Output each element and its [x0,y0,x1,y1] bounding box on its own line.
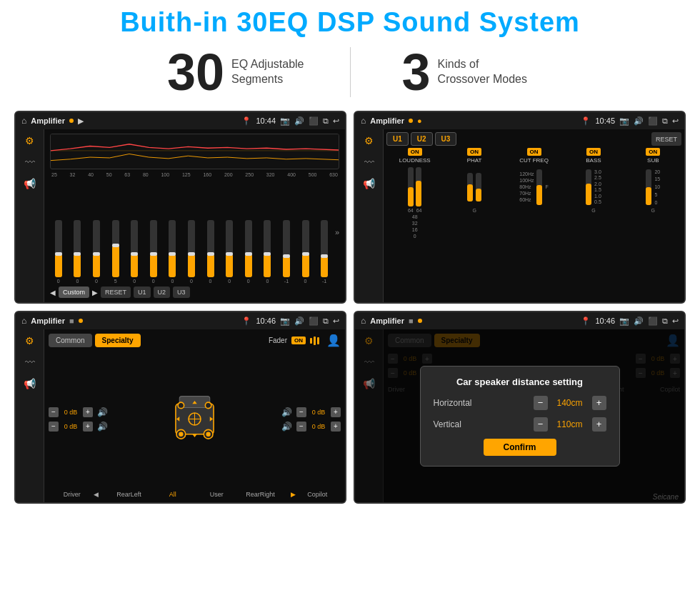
u1-btn[interactable]: U1 [134,286,151,298]
u-buttons-row: U1 U2 U3 RESET [386,132,681,146]
u2-btn[interactable]: U2 [154,286,171,298]
eq-icon[interactable]: ⚙ [25,135,34,146]
dot-orange2 [409,119,413,123]
right-arrow-s3[interactable]: ▶ [282,491,295,498]
minus-btn-2[interactable]: − [49,422,59,432]
minus-btn-3[interactable]: − [296,407,306,417]
wave-icon2[interactable]: 〰 [364,156,374,168]
u3-btn-s2[interactable]: U3 [435,132,457,146]
eq-slider-7: 0 [164,220,181,284]
eq-slider-12: 0 [259,220,276,284]
wave-icon[interactable]: 〰 [25,156,35,168]
screen3-main: Common Specialty Fader ON 👤 [44,329,345,502]
eq-slider-2: 0 [69,220,86,284]
user-label[interactable]: User [194,491,238,498]
horizontal-minus[interactable]: − [534,396,548,410]
screen3-common: ⌂ Amplifier ■ 📍 10:46 📷 🔊 ⬛ ⧉ ↩ ⚙ 〰 📢 [14,311,346,504]
reset-btn[interactable]: RESET [101,286,131,298]
rearleft-label[interactable]: RearLeft [107,491,151,498]
u2-btn-s2[interactable]: U2 [411,132,433,146]
eq-freq-labels: 25 32 40 50 63 80 100 125 160 200 250 32… [50,172,339,177]
screen3-left-icons: ⚙ 〰 📢 [16,329,44,502]
window-icon[interactable]: ⬛ [309,116,319,126]
copilot-label[interactable]: Copilot [296,491,339,498]
plus-btn-3[interactable]: + [331,407,341,417]
speaker-icon-r2: 🔊 [281,422,292,432]
back-icon2[interactable]: ↩ [672,116,679,126]
all-label[interactable]: All [151,491,194,498]
home-icon3[interactable]: ⌂ [21,316,26,326]
volume-icon2[interactable]: 🔊 [634,116,644,126]
window-icon4[interactable]: ⬛ [648,317,658,326]
minus-btn-1[interactable]: − [49,407,59,417]
window-icon3[interactable]: ⬛ [309,317,319,326]
eq-graph [50,134,339,169]
split-icon2[interactable]: ⧉ [662,116,668,126]
camera-icon2[interactable]: 📷 [619,116,629,126]
speaker-icon3[interactable]: 📢 [24,378,36,389]
cutfreq-col: ON CUT FREQ 120Hz 100Hz 80Hz 70Hz 60Hz [506,148,562,299]
home-icon4[interactable]: ⌂ [361,316,366,326]
reset-btn-s2[interactable]: RESET [651,132,681,146]
prev-btn[interactable]: ◀ [50,289,56,296]
common-tab[interactable]: Common [49,334,92,347]
left-arrow-s3[interactable]: ◀ [94,491,106,498]
split-icon3[interactable]: ⧉ [323,317,329,326]
screen3-body: ⚙ 〰 📢 Common Specialty Fader ON [16,329,345,502]
eq-number: 30 [167,46,224,98]
confirm-button[interactable]: Confirm [484,439,556,456]
fader-row: Fader ON [269,337,319,345]
volume-icon4[interactable]: 🔊 [634,317,644,326]
eq-icon3[interactable]: ⚙ [25,335,34,347]
screen1-body: ⚙ 〰 📢 25 32 [16,129,345,302]
back-icon4[interactable]: ↩ [672,317,679,326]
u3-btn[interactable]: U3 [173,286,190,298]
back-icon[interactable]: ↩ [333,116,339,126]
speaker-icon-l2: 🔊 [97,422,108,432]
minus-btn-4[interactable]: − [296,422,306,432]
plus-btn-1[interactable]: + [83,407,93,417]
next-btn[interactable]: ▶ [92,289,98,296]
screen3-tab-row: Common Specialty Fader ON 👤 [49,334,341,347]
speaker-icon2[interactable]: 📢 [363,178,375,189]
volume-icon[interactable]: 🔊 [294,116,304,126]
svg-point-9 [205,402,211,409]
play-icon[interactable]: ▶ [78,116,84,126]
specialty-tab[interactable]: Specialty [95,334,141,347]
vertical-plus[interactable]: + [592,417,606,432]
eq-slider-9: 0 [202,220,219,284]
home-icon2[interactable]: ⌂ [361,116,366,126]
horizontal-plus[interactable]: + [592,396,606,410]
driver-label[interactable]: Driver [50,491,94,498]
home-icon[interactable]: ⌂ [21,116,26,126]
eq-slider-15: -1 [316,220,333,284]
camera-icon[interactable]: 📷 [280,116,290,126]
eq-area: 25 32 40 50 63 80 100 125 160 200 250 32… [44,129,345,302]
back-icon3[interactable]: ↩ [333,317,339,326]
custom-btn[interactable]: Custom [59,286,89,298]
more-arrow[interactable]: » [335,228,339,236]
screen1-title: Amplifier [31,116,65,125]
wave-icon3[interactable]: 〰 [25,357,35,368]
volume-icon3[interactable]: 🔊 [294,317,304,326]
eq-sliders-row: 0 0 0 5 [50,180,339,284]
plus-btn-4[interactable]: + [331,422,341,432]
loudness-col: ON LOUDNESS 64 64 48 [386,148,443,299]
split-icon4[interactable]: ⧉ [662,317,668,326]
camera-icon3[interactable]: 📷 [280,317,290,326]
screen2-left-icons: ⚙ 〰 📢 [355,129,384,302]
rearright-label[interactable]: RearRight [239,491,282,498]
vertical-minus[interactable]: − [534,417,548,432]
eq-slider-10: 0 [221,220,238,284]
eq-stat-block: 30 EQ Adjustable Segments [136,46,336,98]
screen4-time: 10:46 [595,317,615,325]
split-icon[interactable]: ⧉ [323,116,329,126]
eq-icon2[interactable]: ⚙ [364,135,374,146]
eq-slider-6: 0 [145,220,162,284]
plus-btn-2[interactable]: + [83,422,93,432]
screen1-topbar: ⌂ Amplifier ▶ 📍 10:44 📷 🔊 ⬛ ⧉ ↩ [16,112,345,129]
window-icon2[interactable]: ⬛ [648,116,658,126]
camera-icon4[interactable]: 📷 [619,317,629,326]
u1-btn-s2[interactable]: U1 [386,132,409,146]
speaker-icon[interactable]: 📢 [24,178,36,189]
